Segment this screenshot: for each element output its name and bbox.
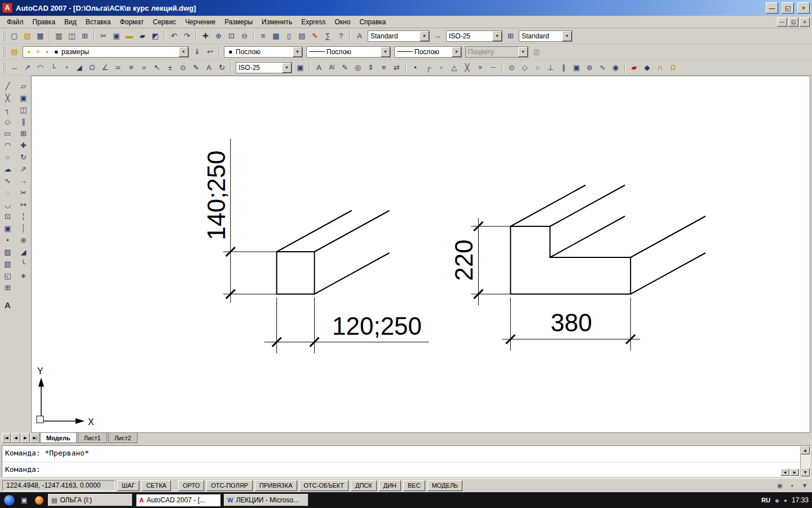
pan-button[interactable]: ✚: [199, 30, 212, 42]
snap-apparent-button[interactable]: ×: [474, 62, 487, 74]
status-menu-arrow-icon[interactable]: ▼: [800, 480, 810, 491]
dim-jogged-button[interactable]: ◢: [73, 62, 86, 74]
dim-baseline-button[interactable]: ≡: [125, 62, 138, 74]
scroll-left-icon[interactable]: ◀: [780, 468, 789, 476]
cut-button[interactable]: ✂: [97, 30, 110, 42]
convert-text-button[interactable]: ⇄: [390, 62, 403, 74]
command-scrollbar[interactable]: ▲ ▼: [800, 446, 810, 476]
quick-leader-button[interactable]: ↖: [151, 62, 164, 74]
dim-continue-button[interactable]: =: [138, 62, 151, 74]
command-input-line[interactable]: Команда:: [2, 462, 810, 476]
sheet-set-button[interactable]: ▤: [295, 30, 308, 42]
extra-tool-2-button[interactable]: ◆: [641, 62, 654, 74]
color-combo[interactable]: ■ Послою ▼: [224, 46, 303, 58]
block-editor-button[interactable]: ◩: [149, 30, 162, 42]
line-button[interactable]: ╱: [1, 80, 15, 92]
dim-arc-button[interactable]: ◠: [34, 62, 47, 74]
dim-style-combo[interactable]: ISO-25 ▼: [446, 30, 502, 42]
help-button[interactable]: ?: [334, 30, 347, 42]
snap-quadrant-button[interactable]: ◇: [518, 62, 531, 74]
chevron-down-icon[interactable]: ▼: [381, 47, 390, 57]
construction-line-button[interactable]: ╳: [1, 92, 15, 104]
redo-button[interactable]: ↷: [180, 30, 193, 42]
menu-modify[interactable]: Изменить: [257, 16, 297, 28]
scale-text-button[interactable]: ⇕: [364, 62, 377, 74]
rectangle-button[interactable]: ▭: [1, 128, 15, 139]
scroll-down-icon[interactable]: ▼: [801, 468, 810, 476]
extra-tool-4-button[interactable]: Ω: [667, 62, 679, 74]
toggle-ortho[interactable]: ОРТО: [178, 480, 204, 491]
tab-first-button[interactable]: |◀: [2, 433, 11, 443]
restore-button[interactable]: ◱: [782, 2, 794, 14]
snap-midpoint-button[interactable]: △: [448, 62, 461, 74]
scroll-right-icon[interactable]: ▶: [790, 468, 799, 476]
scale-button[interactable]: ⇗: [17, 163, 30, 175]
find-text-button[interactable]: ◎: [351, 62, 364, 74]
plot-preview-button[interactable]: ◫: [65, 30, 78, 42]
menu-file[interactable]: Файл: [2, 16, 28, 28]
toolbar-grip[interactable]: [2, 46, 5, 58]
dim-angular-button[interactable]: ∠: [99, 62, 112, 74]
tab-last-button[interactable]: ▶|: [30, 433, 39, 443]
beam-right[interactable]: [510, 185, 705, 294]
polygon-button[interactable]: ◇: [1, 116, 15, 128]
dimension-texts[interactable]: 140;250 120;250 220 380: [202, 151, 592, 340]
extra-tool-1-button[interactable]: ▰: [628, 62, 641, 74]
chevron-down-icon[interactable]: ▼: [420, 31, 429, 41]
menu-insert[interactable]: Вставка: [81, 16, 116, 28]
table-button[interactable]: ⊞: [1, 282, 15, 294]
zoom-realtime-button[interactable]: ⊕: [212, 30, 225, 42]
dim-update-button[interactable]: ↻: [215, 62, 228, 74]
copy-object-button[interactable]: ▣: [17, 92, 30, 104]
break-at-point-button[interactable]: ╎: [17, 211, 30, 222]
spline-button[interactable]: ∿: [1, 175, 15, 187]
zoom-previous-button[interactable]: ⊖: [238, 30, 251, 42]
dim-aligned-button[interactable]: ↗: [21, 62, 34, 74]
publish-button[interactable]: ⊞: [78, 30, 91, 42]
quickcalc-button[interactable]: ∑: [321, 30, 334, 42]
tab-next-button[interactable]: ▶: [21, 433, 30, 443]
toolbar-grip[interactable]: [2, 62, 5, 73]
dim-ordinate-button[interactable]: └: [47, 62, 60, 74]
dim-edit-button[interactable]: ✎: [189, 62, 202, 74]
drawing-svg[interactable]: 140;250 120;250 220 380 Y X: [32, 76, 810, 432]
menu-edit[interactable]: Правка: [28, 16, 60, 28]
snap-extension-button[interactable]: ┄: [487, 62, 500, 74]
point-button[interactable]: •: [1, 234, 15, 246]
plot-button[interactable]: ▥: [52, 30, 65, 42]
stretch-button[interactable]: →: [17, 175, 30, 187]
lineweight-combo[interactable]: Послою ▼: [394, 46, 462, 58]
start-button[interactable]: [3, 494, 15, 506]
toggle-dyn[interactable]: ДИН: [379, 480, 401, 491]
chamfer-button[interactable]: ◢: [17, 246, 30, 258]
justify-text-button[interactable]: ≡: [377, 62, 390, 74]
minimize-button[interactable]: —: [766, 2, 778, 14]
mtext-button[interactable]: A: [1, 299, 15, 311]
snap-endpoint-button[interactable]: ▫: [435, 62, 448, 74]
dim-text-edit-button[interactable]: A: [202, 62, 215, 74]
open-button[interactable]: ▧: [21, 30, 34, 42]
toggle-lwt[interactable]: ВЕС: [403, 480, 425, 491]
dim-diameter-button[interactable]: ∅: [86, 62, 99, 74]
snap-from-button[interactable]: ┌: [422, 62, 435, 74]
dim-text-left-width[interactable]: 120;250: [332, 312, 422, 340]
make-layer-current-button[interactable]: ⇓: [191, 46, 204, 58]
mdi-restore-button[interactable]: ◱: [788, 17, 798, 27]
snap-nearest-button[interactable]: ∿: [596, 62, 609, 74]
dim-style-combo-2[interactable]: ISO-25 ▼: [236, 62, 292, 73]
taskbar-item-word[interactable]: W ЛЕКЦИИ - Microso...: [224, 494, 308, 506]
make-block-button[interactable]: ▣: [1, 222, 15, 234]
close-button[interactable]: ×: [797, 2, 810, 14]
edit-text-button[interactable]: ✎: [338, 62, 351, 74]
linetype-combo[interactable]: Послою ▼: [306, 46, 391, 58]
tool-palettes-button[interactable]: ▯: [283, 30, 295, 42]
command-window[interactable]: Команда: *Прервано* Команда: ▲ ▼ ◀ ▶: [2, 445, 810, 477]
offset-button[interactable]: ∥: [17, 116, 30, 128]
undo-button[interactable]: ↶: [167, 30, 180, 42]
move-button[interactable]: ✚: [17, 139, 30, 151]
extra-tool-3-button[interactable]: ∩: [654, 62, 667, 74]
tab-layout2[interactable]: Лист2: [108, 433, 138, 443]
tab-prev-button[interactable]: ◀: [11, 433, 20, 443]
layer-previous-button[interactable]: ↩: [204, 46, 217, 58]
snap-parallel-button[interactable]: ∥: [557, 62, 570, 74]
